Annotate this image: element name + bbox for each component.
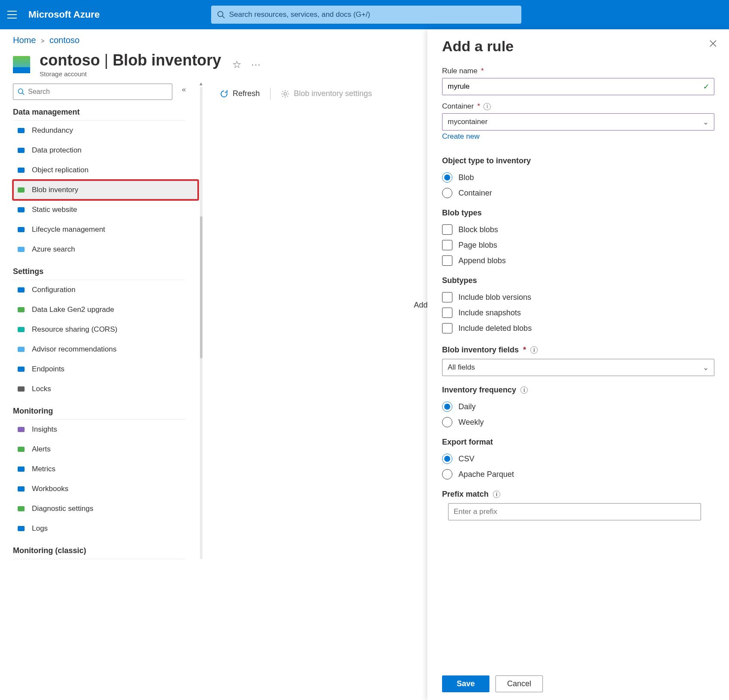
sidebar-item-azure-search[interactable]: Azure search [13, 240, 198, 259]
svg-rect-10 [18, 247, 25, 252]
nav-item-label: Data Lake Gen2 upgrade [32, 305, 114, 314]
sidebar-item-insights[interactable]: Insights [13, 420, 198, 439]
svg-rect-14 [18, 347, 25, 352]
top-bar: Microsoft Azure [0, 0, 729, 29]
nav-item-label: Metrics [32, 465, 56, 473]
chevron-down-icon: ⌄ [703, 363, 709, 372]
sidebar-item-configuration[interactable]: Configuration [13, 280, 198, 300]
panel-title: Add a rule [442, 38, 714, 55]
sidebar-item-workbooks[interactable]: Workbooks [13, 479, 198, 499]
sidebar-item-diagnostic-settings[interactable]: Diagnostic settings [13, 499, 198, 519]
info-icon[interactable]: i [520, 386, 528, 394]
global-search-input[interactable] [229, 10, 515, 19]
object-type-option-blob[interactable]: Blob [442, 170, 714, 185]
global-search[interactable] [211, 6, 521, 24]
sidebar-item-locks[interactable]: Locks [13, 379, 198, 399]
nav-item-label: Configuration [32, 286, 75, 294]
svg-rect-21 [18, 506, 25, 511]
radio-icon [442, 172, 452, 183]
info-icon[interactable]: i [493, 491, 500, 498]
sidebar-item-lifecycle-management[interactable]: Lifecycle management [13, 220, 198, 240]
nav-item-label: Data protection [32, 146, 81, 155]
chevron-down-icon: ⌄ [703, 118, 709, 127]
object-type-option-container[interactable]: Container [442, 185, 714, 201]
nav-item-icon [16, 165, 26, 175]
prefix-input[interactable] [448, 503, 701, 520]
svg-rect-6 [18, 168, 25, 173]
blob-inventory-settings-button[interactable]: Blob inventory settings [281, 89, 372, 98]
breadcrumb-home[interactable]: Home [13, 35, 36, 45]
valid-check-icon: ✓ [703, 82, 709, 91]
nav-item-label: Static website [32, 205, 77, 214]
nav-item-label: Endpoints [32, 365, 65, 373]
blob-type-option-page-blobs[interactable]: Page blobs [442, 237, 714, 253]
hamburger-menu-icon[interactable] [6, 9, 18, 21]
breadcrumb-resource[interactable]: contoso [50, 35, 80, 45]
sidebar-item-redundancy[interactable]: Redundancy [13, 121, 198, 140]
create-new-container-link[interactable]: Create new [442, 132, 480, 141]
sidebar-item-alerts[interactable]: Alerts [13, 439, 198, 459]
svg-rect-16 [18, 386, 25, 392]
sidebar: « ▲ Data management Redundancy Data prot… [13, 84, 202, 559]
radio-icon [442, 469, 452, 479]
frequency-label: Inventory frequencyi [442, 386, 714, 395]
nav-item-icon [16, 364, 26, 374]
svg-rect-8 [18, 207, 25, 212]
sidebar-item-advisor-recommendations[interactable]: Advisor recommendations [13, 339, 198, 359]
more-actions-icon[interactable]: ··· [251, 59, 261, 69]
svg-rect-15 [18, 367, 25, 372]
subtype-option-include-snapshots[interactable]: Include snapshots [442, 305, 714, 320]
sidebar-item-endpoints[interactable]: Endpoints [13, 359, 198, 379]
add-rule-panel: Add a rule Rule name* ✓ Container*i myco… [427, 29, 729, 700]
blob-type-option-block-blobs[interactable]: Block blobs [442, 222, 714, 237]
sidebar-search-input[interactable] [28, 88, 168, 96]
container-select[interactable]: mycontainer ⌄ [442, 113, 714, 131]
brand-label: Microsoft Azure [28, 9, 100, 20]
format-option-csv[interactable]: CSV [442, 451, 714, 467]
format-option-apache-parquet[interactable]: Apache Parquet [442, 467, 714, 482]
refresh-button[interactable]: Refresh [220, 89, 260, 98]
svg-line-3 [22, 93, 24, 95]
blob-type-option-append-blobs[interactable]: Append blobs [442, 253, 714, 268]
prefix-label: Prefix matchi [442, 490, 714, 499]
rule-name-input[interactable] [442, 78, 714, 95]
toolbar-divider [270, 88, 271, 100]
sidebar-item-data-protection[interactable]: Data protection [13, 140, 198, 160]
svg-rect-13 [18, 327, 25, 332]
subtype-option-include-deleted-blobs[interactable]: Include deleted blobs [442, 320, 714, 336]
object-type-label: Object type to inventory [442, 156, 714, 165]
page-title: contoso | Blob inventory [40, 51, 221, 69]
sidebar-item-resource-sharing-cors-[interactable]: Resource sharing (CORS) [13, 320, 198, 339]
collapse-sidebar-icon[interactable]: « [182, 85, 186, 94]
nav-item-label: Locks [32, 385, 51, 393]
checkbox-icon [442, 255, 452, 266]
subtype-option-include-blob-versions[interactable]: Include blob versions [442, 289, 714, 305]
blob-types-label: Blob types [442, 208, 714, 218]
frequency-option-daily[interactable]: Daily [442, 399, 714, 414]
sidebar-item-data-lake-gen2-upgrade[interactable]: Data Lake Gen2 upgrade [13, 300, 198, 320]
page-subtitle: Storage account [40, 70, 221, 78]
svg-rect-18 [18, 447, 25, 452]
favorite-star-icon[interactable]: ☆ [232, 59, 242, 71]
svg-rect-11 [18, 287, 25, 292]
fields-select[interactable]: All fields ⌄ [442, 359, 714, 376]
frequency-option-weekly[interactable]: Weekly [442, 414, 714, 430]
sidebar-item-object-replication[interactable]: Object replication [13, 160, 198, 180]
nav-item-icon [16, 425, 26, 434]
nav-item-label: Workbooks [32, 485, 69, 493]
info-icon[interactable]: i [483, 103, 491, 110]
sidebar-item-blob-inventory[interactable]: Blob inventory [13, 180, 198, 200]
info-icon[interactable]: i [530, 346, 538, 354]
close-panel-icon[interactable] [709, 40, 717, 47]
cancel-button[interactable]: Cancel [495, 675, 543, 692]
sidebar-item-metrics[interactable]: Metrics [13, 459, 198, 479]
fields-label: Blob inventory fields*i [442, 345, 714, 355]
save-button[interactable]: Save [442, 675, 489, 692]
radio-icon [442, 417, 452, 427]
sidebar-item-logs[interactable]: Logs [13, 519, 198, 538]
sidebar-search[interactable] [13, 84, 172, 100]
sidebar-group-header: Monitoring (classic) [13, 538, 185, 559]
nav-item-label: Azure search [32, 245, 75, 254]
search-icon [217, 11, 225, 19]
sidebar-item-static-website[interactable]: Static website [13, 200, 198, 220]
